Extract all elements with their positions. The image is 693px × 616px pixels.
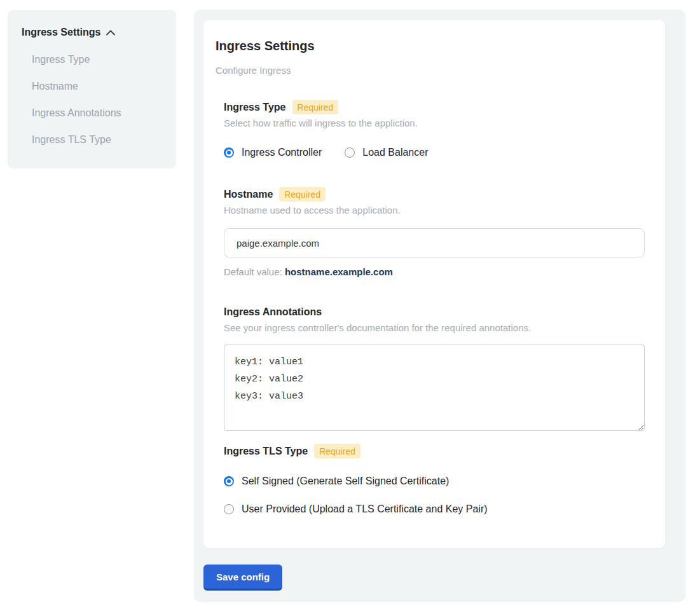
radio-option-ingress-controller[interactable]: Ingress Controller — [224, 146, 322, 159]
required-badge: Required — [292, 100, 339, 114]
sidebar-item-ingress-annotations[interactable]: Ingress Annotations — [22, 107, 166, 119]
ingress-type-description: Select how traffic will ingress to the a… — [224, 117, 645, 130]
save-config-button[interactable]: Save config — [203, 565, 282, 591]
ingress-tls-type-label: Ingress TLS Type — [224, 444, 308, 458]
card-title: Ingress Settings — [216, 38, 653, 53]
sidebar-section-title: Ingress Settings — [22, 27, 100, 38]
hostname-description: Hostname used to access the application. — [224, 204, 645, 217]
sidebar-item-ingress-type[interactable]: Ingress Type — [22, 54, 166, 65]
hostname-default-helper: Default value: hostname.example.com — [224, 266, 645, 278]
settings-panel: Ingress Settings Configure Ingress Ingre… — [194, 10, 685, 602]
sidebar-item-ingress-tls-type[interactable]: Ingress TLS Type — [22, 134, 166, 146]
radio-option-label: Ingress Controller — [242, 146, 322, 159]
radio-option-user-provided[interactable]: User Provided (Upload a TLS Certificate … — [224, 503, 645, 516]
radio-option-label: User Provided (Upload a TLS Certificate … — [242, 503, 488, 516]
ingress-annotations-label: Ingress Annotations — [224, 305, 322, 319]
radio-unselected-icon[interactable] — [224, 504, 234, 514]
radio-selected-icon[interactable] — [224, 147, 234, 158]
ingress-type-section: Ingress Type Required Select how traffic… — [224, 100, 645, 159]
ingress-annotations-description: See your ingress controller's documentat… — [224, 322, 645, 334]
radio-selected-icon[interactable] — [224, 476, 234, 486]
ingress-annotations-textarea[interactable]: key1: value1 key2: value2 key3: value3 — [224, 345, 645, 431]
required-badge: Required — [314, 444, 360, 458]
ingress-settings-card: Ingress Settings Configure Ingress Ingre… — [203, 20, 665, 548]
hostname-section: Hostname Required Hostname used to acces… — [224, 187, 645, 278]
radio-unselected-icon[interactable] — [345, 147, 355, 158]
card-subtitle: Configure Ingress — [216, 64, 653, 77]
radio-option-load-balancer[interactable]: Load Balancer — [345, 146, 428, 159]
chevron-up-icon — [106, 30, 116, 36]
sidebar: Ingress Settings Ingress Type Hostname I… — [8, 10, 176, 168]
radio-option-self-signed[interactable]: Self Signed (Generate Self Signed Certif… — [224, 475, 645, 488]
sidebar-section-toggle[interactable]: Ingress Settings — [22, 27, 166, 38]
ingress-tls-type-section: Ingress TLS Type Required Self Signed (G… — [224, 444, 645, 516]
required-badge: Required — [279, 187, 326, 202]
default-value-text: hostname.example.com — [285, 266, 393, 277]
radio-option-label: Self Signed (Generate Self Signed Certif… — [242, 475, 449, 488]
hostname-input[interactable] — [224, 228, 645, 257]
sidebar-item-hostname[interactable]: Hostname — [22, 81, 166, 92]
ingress-type-radio-group: Ingress Controller Load Balancer — [224, 146, 645, 159]
ingress-type-label: Ingress Type — [224, 100, 286, 114]
hostname-label: Hostname — [224, 188, 273, 202]
default-value-prefix: Default value: — [224, 266, 285, 277]
radio-option-label: Load Balancer — [362, 146, 428, 159]
ingress-annotations-section: Ingress Annotations See your ingress con… — [224, 305, 645, 431]
